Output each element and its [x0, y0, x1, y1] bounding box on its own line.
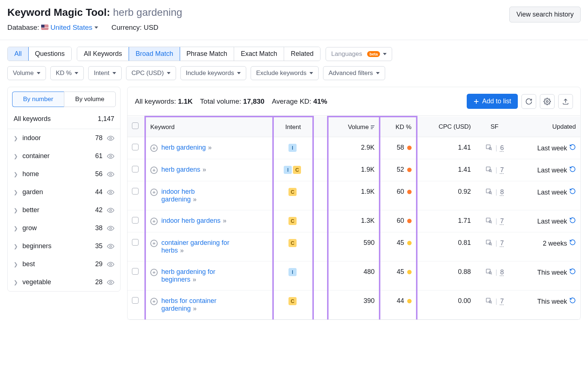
filter-exclude-keywords[interactable]: Exclude keywords — [251, 66, 319, 80]
col-keyword[interactable]: Keyword — [145, 117, 273, 137]
view-search-history-button[interactable]: View search history — [509, 7, 581, 22]
keyword-link[interactable]: herb gardening for beginners — [161, 268, 215, 283]
row-refresh-icon[interactable] — [569, 144, 576, 152]
eye-icon[interactable] — [107, 207, 114, 214]
row-checkbox[interactable] — [132, 166, 139, 172]
row-refresh-icon[interactable] — [569, 269, 576, 276]
expand-icon[interactable]: + — [150, 189, 158, 196]
keyword-link[interactable]: herb gardens — [161, 166, 200, 173]
filter-cpc-usd-[interactable]: CPC (USD) — [126, 66, 176, 80]
row-refresh-icon[interactable] — [569, 189, 576, 196]
eye-icon[interactable] — [107, 153, 114, 160]
serp-icon[interactable] — [485, 239, 492, 247]
tab-broad-match[interactable]: Broad Match — [129, 47, 180, 61]
tab-related[interactable]: Related — [284, 47, 320, 61]
tab-questions[interactable]: Questions — [28, 47, 71, 61]
eye-icon[interactable] — [107, 189, 114, 196]
sidebar-item-home[interactable]: ❯home56 — [8, 165, 120, 183]
sidebar-item-best[interactable]: ❯best29 — [8, 255, 120, 273]
double-chevron-icon[interactable]: » — [193, 276, 196, 283]
tab-exact-match[interactable]: Exact Match — [234, 47, 284, 61]
sidebar-all-keywords[interactable]: All keywords 1,147 — [8, 111, 120, 129]
serp-icon[interactable] — [485, 188, 492, 196]
sf-value[interactable]: 8 — [500, 268, 504, 276]
row-checkbox[interactable] — [132, 188, 139, 194]
serp-icon[interactable] — [485, 144, 492, 152]
col-updated[interactable]: Updated — [514, 117, 580, 137]
row-checkbox[interactable] — [132, 297, 139, 304]
filter-include-keywords[interactable]: Include keywords — [180, 66, 246, 80]
expand-icon[interactable]: + — [150, 167, 158, 174]
sidebar-item-vegetable[interactable]: ❯vegetable28 — [8, 273, 120, 291]
sidebar-item-better[interactable]: ❯better42 — [8, 201, 120, 219]
add-to-list-button[interactable]: Add to list — [467, 94, 518, 109]
sidebar-item-grow[interactable]: ❯grow38 — [8, 219, 120, 237]
tab-phrase-match[interactable]: Phrase Match — [180, 47, 234, 61]
serp-icon[interactable] — [485, 166, 492, 174]
eye-icon[interactable] — [107, 279, 114, 286]
keyword-link[interactable]: indoor herb gardening — [161, 188, 195, 203]
double-chevron-icon[interactable]: » — [208, 144, 212, 151]
col-cpc[interactable]: CPC (USD) — [417, 117, 476, 137]
sf-value[interactable]: 8 — [500, 188, 504, 196]
languages-dropdown[interactable]: Languages beta — [326, 47, 392, 61]
row-refresh-icon[interactable] — [569, 298, 576, 305]
eye-icon[interactable] — [107, 243, 114, 250]
keyword-link[interactable]: herbs for container gardening — [161, 297, 216, 312]
filter-advanced-filters[interactable]: Advanced filters — [323, 66, 385, 80]
expand-icon[interactable]: + — [150, 240, 158, 247]
eye-icon[interactable] — [107, 135, 114, 142]
double-chevron-icon[interactable]: » — [193, 305, 197, 312]
eye-icon[interactable] — [107, 261, 114, 268]
sf-value[interactable]: 7 — [500, 217, 504, 225]
refresh-button[interactable] — [521, 94, 536, 109]
double-chevron-icon[interactable]: » — [223, 217, 226, 224]
filter-volume[interactable]: Volume — [7, 66, 46, 80]
double-chevron-icon[interactable]: » — [180, 247, 184, 254]
sort-by-number[interactable]: By number — [12, 92, 64, 107]
serp-icon[interactable] — [485, 297, 492, 306]
tab-all[interactable]: All — [7, 47, 29, 61]
row-refresh-icon[interactable] — [569, 167, 576, 174]
database-selector[interactable]: Database: United States — [7, 24, 98, 32]
col-sf[interactable]: SF — [475, 117, 514, 137]
sidebar-item-beginners[interactable]: ❯beginners35 — [8, 237, 120, 255]
row-checkbox[interactable] — [132, 268, 139, 275]
select-all-checkbox[interactable] — [132, 122, 139, 129]
double-chevron-icon[interactable]: » — [202, 166, 206, 173]
keyword-link[interactable]: indoor herb gardens — [161, 217, 220, 224]
keyword-link[interactable]: herb gardening — [161, 144, 206, 151]
expand-icon[interactable]: + — [150, 269, 158, 276]
row-refresh-icon[interactable] — [569, 218, 576, 225]
settings-button[interactable] — [540, 94, 555, 109]
sort-by-volume[interactable]: By volume — [64, 92, 116, 107]
col-volume[interactable]: Volume — [328, 117, 380, 137]
sf-value[interactable]: 6 — [500, 144, 504, 152]
serp-icon[interactable] — [485, 268, 492, 276]
row-refresh-icon[interactable] — [569, 240, 576, 247]
double-chevron-icon[interactable]: » — [193, 196, 197, 203]
export-button[interactable] — [558, 94, 573, 109]
sidebar-item-indoor[interactable]: ❯indoor78 — [8, 129, 120, 147]
expand-icon[interactable]: + — [150, 218, 158, 225]
sf-value[interactable]: 7 — [500, 297, 504, 305]
col-intent[interactable]: Intent — [273, 117, 313, 137]
row-checkbox[interactable] — [132, 217, 139, 224]
expand-icon[interactable]: + — [150, 298, 158, 305]
filter-kd-[interactable]: KD % — [50, 66, 84, 80]
keyword-link[interactable]: container gardening for herbs — [161, 239, 229, 254]
tab-all-keywords[interactable]: All Keywords — [77, 47, 129, 61]
sf-value[interactable]: 7 — [500, 239, 504, 247]
serp-icon[interactable] — [485, 217, 492, 225]
database-link[interactable]: United States — [50, 24, 98, 32]
filter-intent[interactable]: Intent — [88, 66, 122, 80]
eye-icon[interactable] — [107, 225, 114, 232]
expand-icon[interactable]: + — [150, 144, 158, 152]
row-checkbox[interactable] — [132, 144, 139, 150]
row-checkbox[interactable] — [132, 239, 139, 246]
sf-value[interactable]: 7 — [500, 166, 504, 174]
col-kd[interactable]: KD % — [380, 117, 416, 137]
sidebar-item-garden[interactable]: ❯garden44 — [8, 183, 120, 201]
eye-icon[interactable] — [107, 171, 114, 178]
sidebar-item-container[interactable]: ❯container61 — [8, 147, 120, 165]
